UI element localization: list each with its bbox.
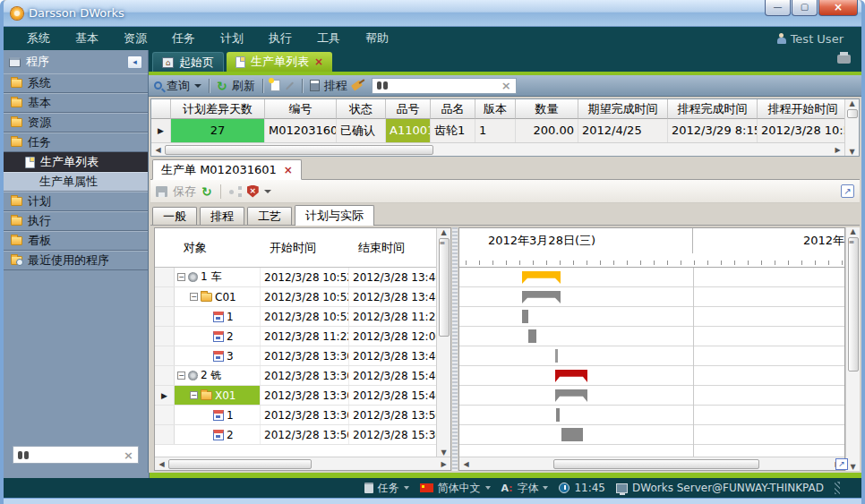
sidebar-collapse-button[interactable]: ◂: [127, 56, 142, 69]
grid-cell[interactable]: 2012/3/28 10:52: [758, 119, 844, 142]
tab-home[interactable]: ⌂起始页: [152, 52, 224, 72]
printer-icon[interactable]: [837, 55, 851, 64]
gantt-expand-icon[interactable]: ↗: [835, 458, 848, 470]
scroll-up-icon[interactable]: ▲: [441, 228, 446, 236]
status-item[interactable]: 任务: [364, 481, 409, 496]
minimize-button[interactable]: —: [765, 0, 791, 16]
sidebar-search-input[interactable]: [32, 448, 120, 461]
sidebar-item[interactable]: 最近使用的程序: [4, 251, 148, 270]
dropdown-caret-icon[interactable]: [543, 486, 548, 490]
grid-cell[interactable]: 2012/4/25: [578, 119, 668, 142]
grid-column-header[interactable]: 版本: [475, 99, 516, 119]
sidebar-item[interactable]: 任务: [4, 132, 148, 152]
open-external-icon[interactable]: ↗: [841, 184, 854, 198]
treetable-row[interactable]: 22012/3/28 13:502012/3/28 15:30: [155, 425, 436, 445]
sidebar-item[interactable]: 看板: [4, 231, 148, 251]
gantt-bar-task[interactable]: [555, 349, 558, 363]
tab-close-icon[interactable]: ×: [314, 56, 323, 68]
shield-error-icon[interactable]: ×: [247, 185, 259, 198]
treetable-row[interactable]: 12012/3/28 10:522012/3/28 11:22: [155, 307, 436, 327]
grid-column-header[interactable]: 期望完成时间: [578, 99, 668, 119]
treetable-row[interactable]: −1 车2012/3/28 10:522012/3/28 13:40: [155, 268, 436, 287]
grid-column-header[interactable]: 品号: [386, 99, 431, 119]
gantt-bar-task[interactable]: [561, 428, 583, 441]
tree-expander-icon[interactable]: −: [177, 372, 185, 380]
scroll-down-icon[interactable]: ▼: [850, 463, 855, 471]
tree-cell[interactable]: 2: [175, 327, 261, 346]
scroll-right-icon[interactable]: ▶: [437, 460, 450, 468]
refresh-button[interactable]: 刷新: [232, 78, 255, 94]
gantt-hscroll-thumb[interactable]: [553, 459, 759, 469]
grid-cell[interactable]: 200.00: [516, 119, 578, 142]
resize-grip[interactable]: [835, 482, 840, 494]
grid-vscroll-thumb[interactable]: [847, 109, 858, 118]
grid-column-header[interactable]: 排程完成时间: [668, 99, 758, 119]
menu-item[interactable]: 执行: [256, 30, 304, 47]
close-button[interactable]: ×: [818, 0, 858, 16]
scroll-left-icon[interactable]: ◀: [155, 460, 168, 468]
tree-cell[interactable]: −1 车: [175, 268, 261, 286]
scroll-up-icon[interactable]: ▲: [850, 227, 855, 235]
grid-cell[interactable]: 2012/3/29 8:15: [668, 119, 758, 142]
menu-item[interactable]: 基本: [63, 30, 111, 47]
tree-expander-icon[interactable]: −: [190, 391, 198, 399]
tree-cell[interactable]: −X01: [175, 386, 261, 405]
tree-cell[interactable]: −2 铣: [175, 366, 261, 385]
grid-column-header[interactable]: 数量: [516, 99, 578, 119]
scroll-up-icon[interactable]: ▲: [849, 99, 854, 107]
sidebar-item[interactable]: 生产单属性: [4, 172, 148, 192]
treetable-row[interactable]: 22012/3/28 11:222012/3/28 12:00: [155, 327, 436, 346]
menu-item[interactable]: 工具: [304, 30, 353, 47]
gantt-vscrollbar[interactable]: ▲ ≡ ▼: [845, 227, 860, 471]
query-button[interactable]: 查询: [167, 78, 190, 94]
maximize-button[interactable]: ▢: [792, 0, 818, 16]
grid-cell[interactable]: A11001: [386, 119, 431, 142]
treetable-row[interactable]: 12012/3/28 13:302012/3/28 13:50: [155, 406, 436, 425]
toolbar-search-input[interactable]: [391, 80, 498, 92]
grid-column-header[interactable]: 状态: [337, 99, 386, 119]
scroll-down-icon[interactable]: ▼: [849, 148, 854, 156]
sidebar-item[interactable]: 生产单列表: [4, 152, 148, 172]
grid-cell[interactable]: 27: [171, 119, 265, 142]
menu-item[interactable]: 帮助: [353, 30, 401, 47]
tree-cell[interactable]: 1: [175, 406, 261, 424]
scroll-left-icon[interactable]: ◀: [459, 460, 473, 468]
grid-column-header[interactable]: 编号: [265, 99, 337, 119]
dropdown-caret-icon[interactable]: [404, 486, 409, 490]
treetable-vscroll-thumb[interactable]: ≡: [439, 238, 450, 337]
scroll-down-icon[interactable]: ▼: [441, 448, 446, 457]
treetable-row[interactable]: 32012/3/28 13:302012/3/28 13:40: [155, 346, 436, 366]
grid-hscrollbar[interactable]: ◀ ▶: [151, 142, 844, 156]
grid-cell[interactable]: 齿轮1: [431, 119, 475, 142]
tree-cell[interactable]: 3: [175, 346, 261, 365]
shield-dropdown-icon[interactable]: [264, 190, 271, 193]
status-item[interactable]: 简体中文: [420, 481, 491, 496]
grid-column-header[interactable]: 品名: [431, 99, 475, 119]
tree-expander-icon[interactable]: −: [190, 293, 198, 301]
sidebar-item[interactable]: 系统: [4, 73, 148, 93]
grid-hscroll-thumb[interactable]: [165, 145, 433, 155]
pane-splitter[interactable]: [452, 227, 458, 471]
scroll-right-icon[interactable]: ▶: [831, 146, 844, 154]
grid-column-header[interactable]: 排程开始时间: [758, 99, 844, 119]
menu-item[interactable]: 资源: [111, 30, 159, 47]
dropdown-caret-icon[interactable]: [485, 486, 491, 490]
gantt-hscrollbar[interactable]: ◀ ▶: [459, 457, 844, 470]
detail-tab-close-icon[interactable]: ×: [284, 164, 293, 176]
subtab[interactable]: 工艺: [247, 207, 292, 225]
new-document-icon[interactable]: [270, 80, 280, 91]
grid-cell[interactable]: 1: [475, 119, 516, 142]
gantt-bar-task[interactable]: [522, 310, 528, 323]
tree-cell[interactable]: −C01: [175, 287, 261, 306]
grid-data-row[interactable]: ▶27M012031601已确认A11001齿轮11200.002012/4/2…: [151, 119, 844, 142]
detail-refresh-icon[interactable]: ↻: [201, 185, 212, 198]
query-dropdown-icon[interactable]: [194, 84, 201, 88]
status-item[interactable]: A:字体: [501, 481, 549, 496]
routing-icon[interactable]: [229, 186, 242, 197]
subtab[interactable]: 计划与实际: [295, 205, 374, 226]
scroll-left-icon[interactable]: ◀: [151, 146, 165, 154]
status-item[interactable]: 11:45: [559, 482, 605, 494]
tab-active[interactable]: 生产单列表×: [227, 52, 332, 72]
gantt-vscroll-thumb[interactable]: ≡: [848, 237, 859, 372]
menu-item[interactable]: 任务: [159, 30, 208, 47]
